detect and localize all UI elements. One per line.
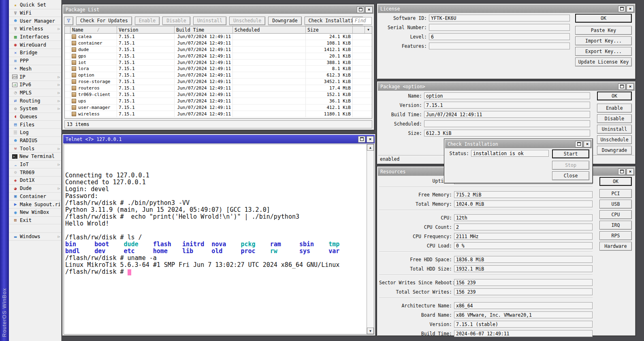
column-header-scheduled[interactable]: Scheduled: [233, 26, 306, 33]
version-field[interactable]: 7.15.1 (stable): [454, 321, 593, 328]
sidebar-item-log[interactable]: ☰Log: [9, 129, 61, 137]
column-header-build-time[interactable]: Build Time: [175, 26, 233, 33]
usb-button[interactable]: USB: [599, 200, 632, 209]
find-button[interactable]: Find: [352, 17, 372, 25]
hardware-button[interactable]: Hardware: [599, 242, 632, 251]
build-time-field[interactable]: Jun/07/2024 12:49:11: [424, 111, 590, 118]
package-row[interactable]: user-manager7.15.1Jun/07/2024 12:49:1141…: [65, 104, 372, 111]
disable-button[interactable]: Disable: [162, 17, 190, 25]
board-name-field[interactable]: x86 VMware, Inc. VMware20,1: [454, 311, 593, 318]
package-row[interactable]: dude7.15.1Jun/07/2024 12:49:111412.1 KiB: [65, 47, 372, 53]
column-header-name[interactable]: Name /: [70, 26, 117, 33]
sidebar-item-tools[interactable]: ⚒Tools▷: [9, 145, 61, 153]
terminal-output[interactable]: Connecting to 127.0.0.1Connected to 127.…: [64, 144, 367, 334]
maximize-button[interactable]: [358, 136, 365, 143]
architecture-name-field[interactable]: x86_64: [454, 302, 593, 309]
serial-number-field[interactable]: [429, 24, 570, 31]
uninstall-button[interactable]: Uninstall: [193, 17, 226, 25]
sidebar-item-bridge[interactable]: ×Bridge: [9, 49, 61, 57]
scroll-down-button[interactable]: ▼: [367, 328, 374, 334]
package-row[interactable]: calea7.15.1Jun/07/2024 12:49:1124.1 KiB: [65, 34, 372, 40]
license-titlebar[interactable]: License ×: [378, 4, 635, 13]
column-menu-button[interactable]: ▼: [365, 26, 372, 33]
total-sector-writes-field[interactable]: 156 239: [454, 288, 593, 295]
close-button[interactable]: ×: [584, 141, 591, 147]
package-option-titlebar[interactable]: Package <option> ×: [378, 82, 635, 91]
maximize-button[interactable]: [575, 141, 582, 147]
sidebar-item-iot[interactable]: ☁IoT▷: [9, 161, 61, 169]
sidebar-item-tr069[interactable]: ⚙TR069: [9, 168, 61, 177]
sidebar-item-system[interactable]: ⚙System▷: [9, 105, 61, 113]
size-field[interactable]: 612.3 KiB: [424, 130, 590, 136]
update-license-key-button[interactable]: Update License Key: [575, 58, 632, 66]
downgrade-button[interactable]: Downgrade: [597, 146, 632, 155]
maximize-button[interactable]: [357, 6, 364, 13]
free-memory-field[interactable]: 715.2 MiB: [454, 191, 593, 198]
sidebar-item-make-supout-rif[interactable]: ▶Make Supout.rif: [9, 200, 61, 209]
package-list-titlebar[interactable]: Package List ×: [63, 5, 373, 14]
sidebar-item-dude[interactable]: ◕Dude▷: [9, 185, 61, 193]
export-key-button[interactable]: Export Key...: [575, 47, 632, 56]
sidebar-item-dot1x[interactable]: ◈Dot1X: [9, 177, 61, 185]
rps-button[interactable]: RPS: [599, 231, 632, 240]
package-row[interactable]: container7.15.1Jun/07/2024 12:49:11108.1…: [65, 40, 372, 47]
version-field[interactable]: 7.15.1: [424, 102, 590, 109]
sidebar-item-ip[interactable]: 255IP▷: [9, 73, 61, 81]
name-field[interactable]: option: [424, 92, 590, 99]
sidebar-item-wifi[interactable]: ΨWiFi: [9, 9, 61, 17]
package-row[interactable]: ups7.15.1Jun/07/2024 12:49:1136.1 KiB: [65, 98, 372, 104]
scheduled-field[interactable]: [424, 120, 590, 127]
pci-button[interactable]: PCI: [599, 189, 632, 198]
maximize-button[interactable]: [618, 83, 625, 90]
package-row[interactable]: routeros7.15.1Jun/07/2024 12:49:1117.4 M…: [65, 85, 372, 92]
sidebar-item-exit[interactable]: ⊠Exit: [9, 217, 61, 225]
sector-writes-since-reboot-field[interactable]: 156 239: [454, 279, 593, 286]
sidebar-item-wireless[interactable]: ΨWireless▷: [9, 25, 61, 33]
sidebar-item-mpls[interactable]: ◔MPLS▷: [9, 89, 61, 97]
start-button[interactable]: Start: [552, 149, 589, 158]
cpu-count-field[interactable]: 2: [454, 224, 593, 230]
unschedule-button[interactable]: Unschedule: [229, 17, 265, 25]
paste-key-button[interactable]: Paste Key: [575, 26, 632, 35]
package-row[interactable]: option7.15.1Jun/07/2024 12:49:11612.3 Ki…: [65, 72, 372, 79]
irq-button[interactable]: IRQ: [599, 221, 632, 230]
cpu-field[interactable]: 12th: [454, 214, 593, 221]
cpu-frequency-field[interactable]: 2111 MHz: [454, 233, 593, 240]
scrollbar-track[interactable]: [367, 151, 374, 328]
sidebar-item-files[interactable]: ▤Files: [9, 121, 61, 129]
sidebar-item-mesh[interactable]: ⌖Mesh: [9, 65, 61, 73]
ok-button[interactable]: OK: [599, 177, 632, 186]
close-button[interactable]: ×: [627, 83, 634, 90]
unschedule-button[interactable]: Unschedule: [597, 135, 632, 144]
build-time-field[interactable]: 2024-06-07 12:49:11: [454, 330, 593, 337]
maximize-button[interactable]: [618, 6, 625, 12]
column-header-version[interactable]: Version: [117, 26, 175, 33]
import-key-button[interactable]: Import Key...: [575, 36, 632, 45]
close-button[interactable]: ×: [627, 168, 634, 175]
column-header-size[interactable]: Size: [306, 26, 353, 33]
sidebar-item-radius[interactable]: ☻RADIUS: [9, 137, 61, 145]
sidebar-item-container[interactable]: ▣Container: [9, 193, 61, 201]
scroll-up-button[interactable]: ▲: [367, 144, 374, 151]
total-hdd-size-field[interactable]: 1932.1 MiB: [454, 265, 593, 272]
sidebar-item-queues[interactable]: ◖Queues: [9, 113, 61, 121]
sidebar-item-new-winbox[interactable]: ◉New WinBox: [9, 209, 61, 217]
maximize-button[interactable]: [618, 168, 625, 175]
downgrade-button[interactable]: Downgrade: [268, 17, 301, 25]
enable-button[interactable]: Enable: [597, 104, 632, 113]
sidebar-item-user-manager[interactable]: ☻User Manager: [9, 17, 61, 25]
check-for-updates-button[interactable]: Check For Updates: [76, 17, 132, 25]
features-field[interactable]: [429, 43, 570, 49]
enable-button[interactable]: Enable: [135, 17, 160, 25]
status-field[interactable]: installation is ok: [471, 150, 549, 157]
uninstall-button[interactable]: Uninstall: [597, 125, 632, 134]
level-field[interactable]: 6: [429, 33, 570, 40]
ok-button[interactable]: OK: [597, 92, 632, 100]
software-id-field[interactable]: YFTK-EK6U: [429, 15, 570, 21]
package-row[interactable]: lora7.15.1Jun/07/2024 12:49:118.1 KiB: [65, 66, 372, 72]
close-button[interactable]: ×: [367, 136, 374, 143]
sidebar-item-windows[interactable]: ▬Windows▷: [9, 232, 61, 241]
sidebar-item-ipv6[interactable]: v6IPv6▷: [9, 81, 61, 89]
package-row[interactable]: wireless7.15.1Jun/07/2024 12:49:111180.1…: [65, 111, 372, 117]
total-memory-field[interactable]: 1024.0 MiB: [454, 200, 593, 207]
